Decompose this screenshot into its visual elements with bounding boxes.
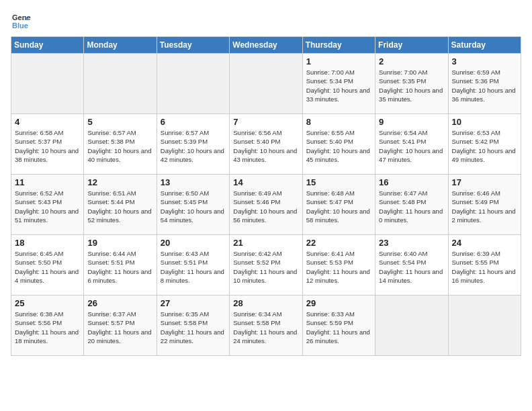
day-number: 19 (87, 238, 152, 248)
day-number: 17 (452, 177, 517, 187)
calendar-cell: 12Sunrise: 6:51 AM Sunset: 5:44 PM Dayli… (84, 175, 157, 235)
calendar-cell: 9Sunrise: 6:54 AM Sunset: 5:41 PM Daylig… (375, 114, 448, 175)
cell-info: Sunrise: 6:42 AM Sunset: 5:52 PM Dayligh… (233, 249, 298, 285)
cell-info: Sunrise: 6:33 AM Sunset: 5:59 PM Dayligh… (306, 310, 371, 345)
cell-info: Sunrise: 6:44 AM Sunset: 5:51 PM Dayligh… (87, 249, 152, 285)
cell-info: Sunrise: 6:59 AM Sunset: 5:36 PM Dayligh… (452, 68, 517, 103)
cell-info: Sunrise: 6:54 AM Sunset: 5:41 PM Dayligh… (379, 128, 444, 164)
cell-info: Sunrise: 6:49 AM Sunset: 5:46 PM Dayligh… (233, 189, 298, 224)
calendar-cell: 8Sunrise: 6:55 AM Sunset: 5:40 PM Daylig… (302, 114, 375, 175)
cell-info: Sunrise: 6:57 AM Sunset: 5:39 PM Dayligh… (161, 128, 226, 164)
day-number: 1 (306, 56, 371, 66)
weekday-header: Thursday (302, 37, 375, 54)
day-number: 14 (233, 177, 298, 187)
cell-info: Sunrise: 6:52 AM Sunset: 5:43 PM Dayligh… (15, 189, 80, 224)
cell-info: Sunrise: 6:58 AM Sunset: 5:37 PM Dayligh… (15, 128, 80, 164)
cell-info: Sunrise: 6:38 AM Sunset: 5:56 PM Dayligh… (15, 310, 80, 345)
calendar-cell: 27Sunrise: 6:35 AM Sunset: 5:58 PM Dayli… (157, 295, 229, 356)
cell-info: Sunrise: 6:40 AM Sunset: 5:54 PM Dayligh… (379, 249, 444, 285)
calendar-cell (375, 295, 448, 356)
day-number: 21 (233, 238, 298, 248)
calendar-cell: 1Sunrise: 7:00 AM Sunset: 5:34 PM Daylig… (302, 54, 375, 114)
calendar-cell: 14Sunrise: 6:49 AM Sunset: 5:46 PM Dayli… (230, 175, 302, 235)
day-number: 2 (379, 56, 444, 66)
calendar-cell: 23Sunrise: 6:40 AM Sunset: 5:54 PM Dayli… (375, 235, 448, 295)
cell-info: Sunrise: 6:46 AM Sunset: 5:49 PM Dayligh… (452, 189, 517, 224)
calendar-week-row: 11Sunrise: 6:52 AM Sunset: 5:43 PM Dayli… (11, 175, 521, 235)
weekday-header: Friday (375, 37, 448, 54)
calendar-cell: 13Sunrise: 6:50 AM Sunset: 5:45 PM Dayli… (157, 175, 229, 235)
day-number: 13 (161, 177, 226, 187)
calendar-cell: 19Sunrise: 6:44 AM Sunset: 5:51 PM Dayli… (84, 235, 157, 295)
calendar-cell: 6Sunrise: 6:57 AM Sunset: 5:39 PM Daylig… (157, 114, 229, 175)
calendar-cell: 3Sunrise: 6:59 AM Sunset: 5:36 PM Daylig… (448, 54, 521, 114)
day-number: 16 (379, 177, 444, 187)
calendar-table: SundayMondayTuesdayWednesdayThursdayFrid… (11, 36, 521, 356)
day-number: 12 (87, 177, 152, 187)
day-number: 20 (161, 238, 226, 248)
cell-info: Sunrise: 6:57 AM Sunset: 5:38 PM Dayligh… (87, 128, 152, 164)
day-number: 29 (306, 298, 371, 308)
calendar-cell (230, 54, 302, 114)
cell-info: Sunrise: 7:00 AM Sunset: 5:35 PM Dayligh… (379, 68, 444, 103)
calendar-cell: 24Sunrise: 6:39 AM Sunset: 5:55 PM Dayli… (448, 235, 521, 295)
day-number: 7 (233, 117, 298, 127)
day-number: 3 (452, 56, 517, 66)
svg-text:Blue: Blue (12, 21, 28, 30)
day-number: 28 (233, 298, 298, 308)
day-number: 25 (15, 298, 80, 308)
cell-info: Sunrise: 6:53 AM Sunset: 5:42 PM Dayligh… (452, 128, 517, 164)
logo: General Blue (11, 11, 31, 31)
weekday-header: Saturday (448, 37, 521, 54)
calendar-cell: 2Sunrise: 7:00 AM Sunset: 5:35 PM Daylig… (375, 54, 448, 114)
calendar-cell: 22Sunrise: 6:41 AM Sunset: 5:53 PM Dayli… (302, 235, 375, 295)
day-number: 9 (379, 117, 444, 127)
weekday-header: Monday (84, 37, 157, 54)
calendar-cell: 28Sunrise: 6:34 AM Sunset: 5:58 PM Dayli… (230, 295, 302, 356)
cell-info: Sunrise: 6:43 AM Sunset: 5:51 PM Dayligh… (161, 249, 226, 285)
cell-info: Sunrise: 6:51 AM Sunset: 5:44 PM Dayligh… (87, 189, 152, 224)
cell-info: Sunrise: 7:00 AM Sunset: 5:34 PM Dayligh… (306, 68, 371, 103)
calendar-cell: 25Sunrise: 6:38 AM Sunset: 5:56 PM Dayli… (11, 295, 84, 356)
calendar-cell: 26Sunrise: 6:37 AM Sunset: 5:57 PM Dayli… (84, 295, 157, 356)
cell-info: Sunrise: 6:45 AM Sunset: 5:50 PM Dayligh… (15, 249, 80, 285)
calendar-cell: 10Sunrise: 6:53 AM Sunset: 5:42 PM Dayli… (448, 114, 521, 175)
day-number: 4 (15, 117, 80, 127)
calendar-body: 1Sunrise: 7:00 AM Sunset: 5:34 PM Daylig… (11, 54, 521, 356)
cell-info: Sunrise: 6:56 AM Sunset: 5:40 PM Dayligh… (233, 128, 298, 164)
cell-info: Sunrise: 6:48 AM Sunset: 5:47 PM Dayligh… (306, 189, 371, 224)
calendar-cell: 11Sunrise: 6:52 AM Sunset: 5:43 PM Dayli… (11, 175, 84, 235)
calendar-cell (11, 54, 84, 114)
day-number: 23 (379, 238, 444, 248)
weekday-header: Wednesday (230, 37, 302, 54)
calendar-cell: 29Sunrise: 6:33 AM Sunset: 5:59 PM Dayli… (302, 295, 375, 356)
day-number: 10 (452, 117, 517, 127)
day-number: 24 (452, 238, 517, 248)
calendar-cell (157, 54, 229, 114)
calendar-week-row: 4Sunrise: 6:58 AM Sunset: 5:37 PM Daylig… (11, 114, 521, 175)
cell-info: Sunrise: 6:37 AM Sunset: 5:57 PM Dayligh… (87, 310, 152, 345)
cell-info: Sunrise: 6:34 AM Sunset: 5:58 PM Dayligh… (233, 310, 298, 345)
day-number: 11 (15, 177, 80, 187)
calendar-week-row: 18Sunrise: 6:45 AM Sunset: 5:50 PM Dayli… (11, 235, 521, 295)
calendar-cell: 18Sunrise: 6:45 AM Sunset: 5:50 PM Dayli… (11, 235, 84, 295)
cell-info: Sunrise: 6:47 AM Sunset: 5:48 PM Dayligh… (379, 189, 444, 224)
weekday-header: Tuesday (157, 37, 229, 54)
calendar-header: SundayMondayTuesdayWednesdayThursdayFrid… (11, 37, 521, 54)
day-number: 6 (161, 117, 226, 127)
calendar-cell (448, 295, 521, 356)
day-number: 22 (306, 238, 371, 248)
day-number: 5 (87, 117, 152, 127)
cell-info: Sunrise: 6:50 AM Sunset: 5:45 PM Dayligh… (161, 189, 226, 224)
weekday-header: Sunday (11, 37, 84, 54)
cell-info: Sunrise: 6:39 AM Sunset: 5:55 PM Dayligh… (452, 249, 517, 285)
cell-info: Sunrise: 6:55 AM Sunset: 5:40 PM Dayligh… (306, 128, 371, 164)
calendar-cell: 21Sunrise: 6:42 AM Sunset: 5:52 PM Dayli… (230, 235, 302, 295)
calendar-cell: 7Sunrise: 6:56 AM Sunset: 5:40 PM Daylig… (230, 114, 302, 175)
day-number: 27 (161, 298, 226, 308)
day-number: 18 (15, 238, 80, 248)
page-header: General Blue (11, 11, 521, 31)
calendar-week-row: 25Sunrise: 6:38 AM Sunset: 5:56 PM Dayli… (11, 295, 521, 356)
day-number: 26 (87, 298, 152, 308)
calendar-cell (84, 54, 157, 114)
